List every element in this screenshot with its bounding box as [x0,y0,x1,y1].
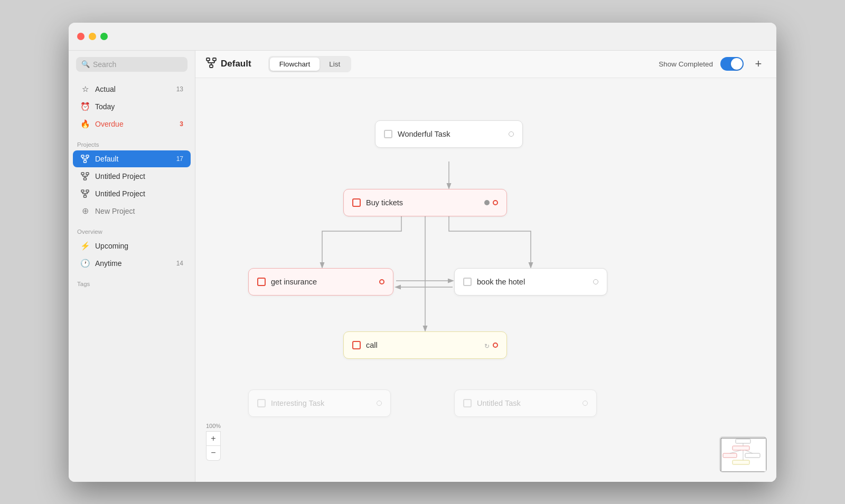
tags-section: Tags [69,277,195,289]
star-icon: ☆ [80,84,90,94]
checkbox-buy-tickets[interactable] [352,198,361,207]
node-wonderful-dot[interactable] [509,131,514,137]
sidebar-item-today[interactable]: ⏰ Today [73,98,191,115]
svg-rect-17 [86,190,89,192]
svg-rect-8 [81,173,84,175]
tab-group: Flowchart List [268,56,352,72]
svg-rect-26 [210,65,213,68]
node-get-insurance-controls [379,279,384,284]
node-hotel-dot[interactable] [593,279,598,284]
sidebar-item-actual[interactable]: ☆ Actual 13 [73,81,191,98]
toggle-knob [731,58,743,70]
minimize-button[interactable] [89,33,96,40]
tab-list[interactable]: List [320,58,350,71]
svg-rect-39 [745,453,760,458]
node-call[interactable]: call ↻ [343,331,507,359]
node-interesting-dot[interactable] [377,401,382,406]
plus-circle-icon: ⊕ [80,206,90,216]
sidebar-item-today-label: Today [95,102,115,111]
overview-section: Overview ⚡ Upcoming 🕐 Anytime 14 [69,224,195,272]
checkbox-book-hotel[interactable] [463,278,472,286]
sidebar-item-anytime[interactable]: 🕐 Anytime 14 [73,255,191,272]
svg-rect-25 [213,58,216,61]
checkbox-call[interactable] [352,341,361,349]
svg-rect-16 [81,190,84,192]
search-icon: 🔍 [81,60,90,68]
mini-map[interactable] [719,436,767,472]
node-book-hotel-controls [593,279,598,284]
tab-flowchart[interactable]: Flowchart [270,58,320,71]
sidebar-item-upcoming[interactable]: ⚡ Upcoming [73,237,191,254]
maximize-button[interactable] [100,33,108,40]
node-call-label: call [366,341,479,349]
checkbox-get-insurance[interactable] [257,278,266,286]
flow-icon-untitled1 [80,172,90,181]
sidebar-item-default-badge: 17 [176,155,183,163]
node-get-insurance[interactable]: get insurance [248,268,393,296]
sidebar-item-untitled1[interactable]: Untitled Project [73,168,191,185]
svg-rect-24 [206,58,210,61]
projects-section: Projects Defa [69,137,195,220]
zoom-in-button[interactable]: + [206,431,221,446]
sidebar-item-new-project-label: New Project [95,207,135,215]
node-call-dot[interactable] [493,343,498,348]
close-button[interactable] [77,33,84,40]
node-untitled-task[interactable]: Untitled Task [454,389,597,417]
show-completed-label: Show Completed [659,60,713,68]
sidebar-item-default[interactable]: Default 17 [73,150,191,167]
node-untitled-task-controls [583,401,588,406]
node-untitled-dot[interactable] [583,401,588,406]
node-insurance-dot[interactable] [379,279,384,284]
sidebar-item-overdue[interactable]: 🔥 Overdue 3 [73,116,191,132]
show-completed-toggle[interactable] [720,57,744,71]
zoom-label: 100% [206,423,221,429]
sidebar-item-untitled2[interactable]: Untitled Project [73,185,191,202]
sidebar-item-overdue-badge: 3 [180,120,183,128]
node-book-hotel-label: book the hotel [477,278,588,286]
toolbar: Default Flowchart List Show Completed + [195,51,776,78]
flow-icon-toolbar [206,58,217,71]
content-area: 🔍 Search ☆ Actual 13 ⏰ Today 🔥 Overdue 3 [69,50,776,482]
tags-label: Tags [69,277,195,289]
svg-rect-40 [733,460,749,464]
zoom-out-button[interactable]: − [206,446,221,461]
flowchart-area[interactable]: Wonderful Task Buy tickets [195,78,776,482]
sidebar-item-untitled1-label: Untitled Project [95,172,145,180]
flow-icon-default [80,154,90,164]
sidebar-item-overdue-label: Overdue [95,120,124,128]
sidebar-item-actual-label: Actual [95,85,116,93]
main-content: Default Flowchart List Show Completed + [195,51,776,482]
node-buy-dot1[interactable] [484,200,490,205]
checkbox-interesting[interactable] [257,399,266,407]
node-untitled-task-label: Untitled Task [477,399,577,407]
node-call-refresh[interactable]: ↻ [484,343,490,348]
sidebar-item-anytime-badge: 14 [176,260,183,267]
add-button[interactable]: + [751,56,766,71]
node-interesting-label: Interesting Task [271,399,371,407]
titlebar [69,23,776,50]
svg-rect-18 [84,195,87,197]
traffic-lights [77,33,108,40]
sidebar-item-anytime-label: Anytime [95,259,122,268]
checkbox-untitled-task[interactable] [463,399,472,407]
node-wonderful-label: Wonderful Task [398,130,503,138]
node-interesting-controls [377,401,382,406]
svg-line-42 [730,450,741,453]
node-buy-tickets[interactable]: Buy tickets [343,189,507,216]
clock-small-icon: 🕐 [80,259,90,268]
svg-rect-9 [86,173,89,175]
flow-icon-untitled2 [80,189,90,198]
search-bar[interactable]: 🔍 Search [76,57,187,72]
svg-rect-2 [84,160,87,163]
sidebar-item-actual-badge: 13 [176,85,183,93]
svg-rect-0 [81,155,84,157]
sidebar: 🔍 Search ☆ Actual 13 ⏰ Today 🔥 Overdue 3 [69,51,195,482]
node-book-hotel[interactable]: book the hotel [454,268,607,296]
checkbox-wonderful[interactable] [384,130,392,138]
projects-label: Projects [69,137,195,150]
node-wonderful-task[interactable]: Wonderful Task [375,120,523,148]
node-interesting-task[interactable]: Interesting Task [248,389,391,417]
sidebar-item-new-project[interactable]: ⊕ New Project [73,203,191,220]
svg-rect-37 [733,446,749,450]
node-buy-dot2[interactable] [493,200,498,205]
